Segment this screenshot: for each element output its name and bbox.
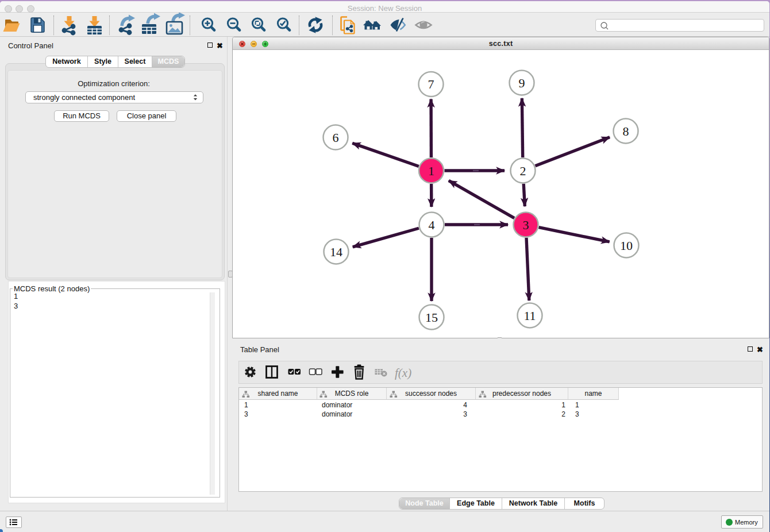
svg-text:10: 10: [620, 238, 633, 253]
svg-text:f(x): f(x): [395, 366, 411, 380]
svg-text:1: 1: [428, 164, 434, 178]
svg-text:2: 2: [520, 164, 526, 178]
svg-text:15: 15: [425, 310, 438, 325]
svg-text:11: 11: [523, 309, 536, 323]
svg-text:9: 9: [519, 76, 525, 90]
svg-text:7: 7: [428, 77, 434, 91]
svg-text:14: 14: [330, 245, 342, 259]
svg-text:3: 3: [523, 218, 529, 232]
svg-text:8: 8: [623, 124, 629, 138]
svg-text:6: 6: [333, 130, 339, 145]
svg-text:4: 4: [429, 218, 435, 232]
